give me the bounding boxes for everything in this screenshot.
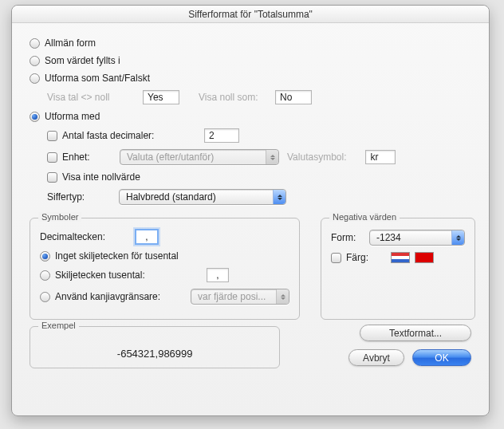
skiljetecken-tusental-field[interactable]: , [207,268,229,282]
siffertyp-popup-value: Halvbredd (standard) [126,191,216,203]
radio-utforma-med-label: Utforma med [45,111,100,122]
exempel-group: Exempel -654321,986999 [30,326,280,368]
valutasymbol-label: Valutasymbol: [287,152,346,163]
dialog-title: Sifferformat för "Totalsumma" [12,6,489,23]
neg-form-popup[interactable]: -1234 [369,230,465,246]
kanji-popup[interactable]: var fjärde posi... [191,289,289,305]
radio-skiljetecken-tusental[interactable] [40,270,50,281]
negativa-legend: Negativa värden [329,212,400,222]
radio-sant-falskt[interactable] [30,73,40,84]
visa-inte-noll-label: Visa inte nollvärde [62,171,140,183]
color-swatch-red[interactable] [415,252,434,263]
radio-kanji[interactable] [40,292,50,302]
decimaltecken-field[interactable]: , [136,230,158,244]
radio-utforma-med[interactable] [30,112,40,122]
symboler-group: Symboler Decimaltecken: , Inget skiljete… [30,218,300,320]
checkbox-enhet[interactable] [47,152,57,163]
checkbox-neg-farg[interactable] [331,253,341,263]
radio-som-vardet-label: Som värdet fyllts i [45,55,120,66]
exempel-value: -654321,986999 [40,338,270,363]
visa-noll-som-label: Visa noll som: [199,92,275,103]
visa-tal-ej-noll-field[interactable]: Yes [143,90,179,104]
visa-tal-ej-noll-label: Visa tal <> noll [47,92,143,103]
symboler-legend: Symboler [38,212,81,222]
checkbox-visa-inte-noll[interactable] [47,172,57,183]
neg-form-popup-value: -1234 [376,232,401,243]
textformat-button[interactable]: Textformat... [360,325,471,341]
kanji-popup-value: var fjärde posi... [198,291,266,302]
enhet-label: Enhet: [62,152,120,163]
avbryt-button[interactable]: Avbryt [348,349,404,366]
kanji-label: Använd kanjiavgränsare: [55,291,191,302]
siffertyp-popup[interactable]: Halvbredd (standard) [119,189,286,205]
ok-button[interactable]: OK [412,349,471,366]
inget-tusental-label: Inget skiljetecken för tusental [55,250,179,262]
antal-decimaler-label: Antal fasta decimaler: [62,130,204,141]
radio-inget-tusental[interactable] [40,251,50,262]
radio-allman-label: Allmän form [45,37,96,49]
neg-form-label: Form: [331,232,369,243]
exempel-legend: Exempel [38,321,79,330]
visa-noll-som-field[interactable]: No [275,90,312,104]
siffertyp-label: Siffertyp: [47,191,119,203]
radio-allman-form[interactable] [30,38,40,49]
radio-som-vardet[interactable] [30,56,40,66]
enhet-popup[interactable]: Valuta (efter/utanför) [120,149,279,165]
dialog-window: Sifferformat för "Totalsumma" Allmän for… [11,5,490,416]
checkbox-antal-decimaler[interactable] [47,131,57,141]
neg-farg-label: Färg: [346,252,376,263]
enhet-popup-value: Valuta (efter/utanför) [127,152,214,163]
color-swatch-flag[interactable] [391,252,410,263]
radio-sant-falskt-label: Utforma som Sant/Falskt [45,73,150,84]
decimaltecken-label: Decimaltecken: [40,231,136,242]
skiljetecken-tusental-label: Skiljetecken tusental: [55,270,207,281]
valutasymbol-field[interactable]: kr [365,150,396,164]
negativa-group: Negativa värden Form: -1234 Färg: [321,218,475,320]
antal-decimaler-field[interactable]: 2 [204,128,239,143]
